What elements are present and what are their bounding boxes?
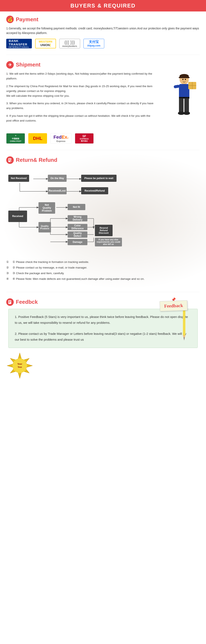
payment-heading: Payment xyxy=(16,16,38,23)
svg-rect-49 xyxy=(9,302,11,302)
shipment-heading: Shipment xyxy=(16,62,40,68)
shipment-point-3: 3. When you receive the items you ordere… xyxy=(6,101,154,111)
svg-rect-21 xyxy=(9,160,11,160)
return-note-3: ③ ③ Check the package and Item, carefull… xyxy=(6,271,200,276)
payment-icon: 💰 xyxy=(6,16,14,23)
shipment-content: 1. We will sent the items within 2-5days… xyxy=(6,72,200,130)
svg-marker-54 xyxy=(184,337,185,340)
svg-rect-22 xyxy=(9,160,10,161)
western-union-logo: WESTERN UNION| xyxy=(35,39,56,48)
svg-point-15 xyxy=(182,79,184,80)
flow-not-quality: Not Quality Problem xyxy=(38,202,55,214)
return-icon: ↩ xyxy=(6,156,14,164)
delivery-illustration xyxy=(158,72,200,130)
flow-patient-wait: Please be patient to wait xyxy=(81,175,116,182)
shipment-title-row: ✈ Shipment xyxy=(6,61,200,68)
flow-received-lost: Received/Lost xyxy=(48,187,67,194)
shipment-text-column: 1. We will sent the items within 2-5days… xyxy=(6,72,154,130)
svg-point-14 xyxy=(183,112,190,115)
svg-text:↩: ↩ xyxy=(11,160,12,162)
dhl-logo: DHL xyxy=(28,133,47,144)
return-title-row: ↩ Return& Refund xyxy=(6,156,200,164)
feedback-section: Feedbck 📌 Feedback 1. Positive Feedback … xyxy=(0,294,206,384)
feedback-point-2: 2. Please contact us by Trade Manager or… xyxy=(15,331,191,343)
svg-rect-5 xyxy=(174,84,180,88)
svg-point-16 xyxy=(185,79,186,80)
shipping-logos-row: 邮 中国邮政CHINA POST DHL FedEx® Express SF E… xyxy=(6,133,200,144)
page-header: BUYERS & REQUIRED xyxy=(0,0,206,12)
flow-wrong-delivery: Wrong Delivery xyxy=(68,215,87,222)
return-section: ↩ Return& Refund xyxy=(0,152,206,290)
flow-else-req: If you have any else requirements you co… xyxy=(95,238,122,246)
return-note-2: ② ② Please contact us by meesage, e-mail… xyxy=(6,266,200,270)
svg-rect-4 xyxy=(179,77,190,78)
star-badge-area: Your Text xyxy=(6,352,200,380)
payment-title-row: 💰 Payment xyxy=(6,16,200,23)
fedex-logo: FedEx® Express xyxy=(50,133,72,144)
shipment-point-4: 4. If you have not got it within the shi… xyxy=(6,114,154,123)
chinapost-logo: 邮 中国邮政CHINA POST xyxy=(6,133,25,144)
delivery-person-svg xyxy=(161,72,197,130)
svg-text:Text: Text xyxy=(18,366,22,368)
divider-3 xyxy=(6,292,200,292)
flow-on-the-way: On the Way xyxy=(48,175,67,182)
star-badge-svg: Your Text xyxy=(6,352,33,379)
flow-quality-defect: Quality Defect xyxy=(68,232,87,238)
svg-rect-11 xyxy=(179,98,184,113)
flow-not-received: Not Received xyxy=(8,175,29,182)
payment-section: 💰 Payment 1.Generally, we accept the fol… xyxy=(0,12,206,52)
return-heading: Return& Refund xyxy=(16,157,57,163)
svg-rect-2 xyxy=(179,84,189,98)
shipment-point-1: 1. We will sent the items within 2-5days… xyxy=(6,72,154,81)
bank-transfer-logo: BANKTRANSFER INTERNATIONAL xyxy=(6,39,32,48)
svg-rect-50 xyxy=(9,302,10,303)
svg-text:邮: 邮 xyxy=(15,135,16,136)
flow-damage: Damage xyxy=(68,239,87,245)
feedback-heading: Feedbck xyxy=(16,299,38,305)
page-title: BUYERS & REQUIRED xyxy=(0,2,206,9)
feedback-card: Feedback xyxy=(159,300,188,312)
shipment-point-2: 2.The shipment by China Post Registered … xyxy=(6,84,154,98)
flow-quality-problem: Quality Problem xyxy=(38,222,51,232)
payment-description: 1.Generally, we accept the following pay… xyxy=(6,26,200,36)
feedback-icon xyxy=(6,298,14,306)
feedback-tag-wrapper: 📌 Feedback xyxy=(160,297,187,311)
shipment-icon: ✈ xyxy=(6,61,14,68)
flow-received: Received xyxy=(8,210,27,222)
flow-received-refund: Received/Refund xyxy=(81,187,108,194)
return-note-4: ④ ④ Please Note: Men made defects are no… xyxy=(6,277,200,282)
moneybookers-logo: ((( ))) moneybookers xyxy=(59,39,80,48)
feedback-person-area: Feedback xyxy=(160,301,187,311)
sf-express-logo: SF EXPRESS 顺丰速运 xyxy=(75,133,94,144)
payment-logos-row: BANKTRANSFER INTERNATIONAL WESTERN UNION… xyxy=(6,39,200,48)
alipay-logo: 支付宝 Alipay.com xyxy=(84,39,104,48)
flow-color-difference: Color Difference xyxy=(68,224,87,230)
flow-not-fit: Not fit xyxy=(68,204,85,210)
return-notes-list: ① ① Please check the tracking in formati… xyxy=(6,260,200,282)
svg-rect-12 xyxy=(184,98,189,113)
flow-resend-refund: Resend Refund Discount xyxy=(95,225,112,236)
return-note-1: ① ① Please check the tracking in formati… xyxy=(6,260,200,264)
svg-rect-48 xyxy=(9,301,11,301)
feedback-point-1: 1. Positive Feedback (5 Stars) is very i… xyxy=(15,314,191,326)
feedback-content-box: 1. Positive Feedback (5 Stars) is very i… xyxy=(8,309,198,348)
svg-text:Your: Your xyxy=(17,362,22,365)
flowchart: Not Received On the Way Please be patien… xyxy=(6,167,200,256)
shipment-section: ✈ Shipment 1. We will sent the items wit… xyxy=(0,57,206,148)
divider-1 xyxy=(6,54,200,55)
svg-rect-20 xyxy=(9,159,11,159)
